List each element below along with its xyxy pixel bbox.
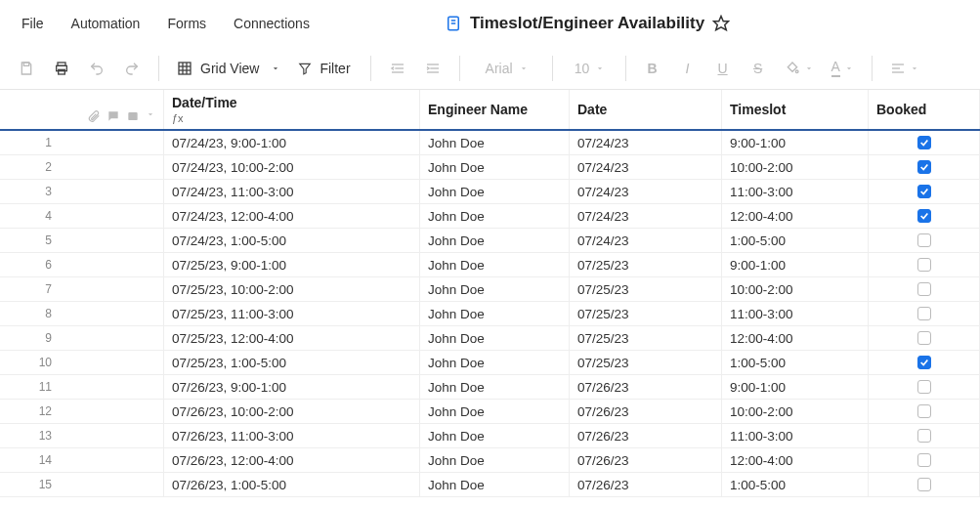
cell-booked[interactable] [869,424,980,447]
table-row[interactable]: 12 07/26/23, 10:00-2:00 John Doe 07/26/2… [0,400,980,424]
row-number[interactable]: 12 [0,400,164,423]
cell-datetime[interactable]: 07/26/23, 12:00-4:00 [164,448,420,472]
cell-date[interactable]: 07/24/23 [570,155,722,179]
cell-timeslot[interactable]: 11:00-3:00 [722,302,869,325]
cell-date[interactable]: 07/25/23 [570,302,722,325]
row-number[interactable]: 4 [0,204,164,228]
checkbox[interactable] [917,331,931,345]
cell-datetime[interactable]: 07/24/23, 1:00-5:00 [164,229,420,252]
table-row[interactable]: 7 07/25/23, 10:00-2:00 John Doe 07/25/23… [0,277,980,302]
cell-date[interactable]: 07/24/23 [570,131,722,154]
reminder-icon[interactable] [126,109,140,123]
cell-timeslot[interactable]: 1:00-5:00 [722,229,869,252]
row-number[interactable]: 2 [0,155,164,179]
menu-automation[interactable]: Automation [62,10,150,37]
checkbox[interactable] [917,429,931,443]
cell-datetime[interactable]: 07/24/23, 12:00-4:00 [164,204,420,228]
cell-date[interactable]: 07/24/23 [570,229,722,252]
row-number[interactable]: 5 [0,229,164,252]
row-number[interactable]: 6 [0,253,164,276]
checkbox[interactable] [917,356,931,369]
filter-button[interactable]: Filter [292,54,358,83]
attachment-icon[interactable] [87,109,101,123]
cell-booked[interactable] [869,351,980,374]
checkbox[interactable] [917,307,931,320]
checkbox[interactable] [917,404,931,418]
checkbox[interactable] [917,380,931,394]
bold-icon[interactable]: B [638,54,667,83]
checkbox[interactable] [917,185,931,198]
cell-booked[interactable] [869,180,980,203]
cell-datetime[interactable]: 07/25/23, 10:00-2:00 [164,277,420,301]
column-header-date[interactable]: Date [570,90,722,129]
cell-timeslot[interactable]: 9:00-1:00 [722,375,869,399]
grid-view-button[interactable]: Grid View [171,54,286,83]
outdent-icon[interactable] [383,54,412,83]
cell-date[interactable]: 07/26/23 [570,375,722,399]
cell-engineer[interactable]: John Doe [420,253,570,276]
table-row[interactable]: 8 07/25/23, 11:00-3:00 John Doe 07/25/23… [0,302,980,326]
cell-timeslot[interactable]: 1:00-5:00 [722,351,869,374]
cell-booked[interactable] [869,448,980,472]
table-row[interactable]: 4 07/24/23, 12:00-4:00 John Doe 07/24/23… [0,204,980,229]
checkbox[interactable] [917,258,931,272]
cell-timeslot[interactable]: 12:00-4:00 [722,204,869,228]
cell-date[interactable]: 07/25/23 [570,351,722,374]
row-number[interactable]: 14 [0,448,164,472]
cell-date[interactable]: 07/24/23 [570,204,722,228]
cell-date[interactable]: 07/26/23 [570,473,722,496]
chevron-down-icon[interactable] [146,109,155,123]
checkbox[interactable] [917,136,931,149]
redo-icon[interactable] [117,54,147,83]
cell-datetime[interactable]: 07/26/23, 1:00-5:00 [164,473,420,496]
row-number[interactable]: 8 [0,302,164,325]
cell-date[interactable]: 07/24/23 [570,180,722,203]
checkbox[interactable] [917,233,931,247]
favorite-star-icon[interactable] [712,15,730,32]
save-icon[interactable] [12,54,41,83]
table-row[interactable]: 14 07/26/23, 12:00-4:00 John Doe 07/26/2… [0,448,980,473]
text-color-icon[interactable]: A [826,54,860,83]
cell-booked[interactable] [869,253,980,276]
cell-date[interactable]: 07/26/23 [570,400,722,423]
table-row[interactable]: 5 07/24/23, 1:00-5:00 John Doe 07/24/23 … [0,229,980,253]
cell-datetime[interactable]: 07/24/23, 10:00-2:00 [164,155,420,179]
cell-booked[interactable] [869,375,980,399]
cell-timeslot[interactable]: 10:00-2:00 [722,400,869,423]
cell-booked[interactable] [869,204,980,228]
checkbox[interactable] [917,478,931,491]
cell-date[interactable]: 07/26/23 [570,448,722,472]
cell-timeslot[interactable]: 11:00-3:00 [722,180,869,203]
cell-engineer[interactable]: John Doe [420,131,570,154]
cell-engineer[interactable]: John Doe [420,155,570,179]
row-number[interactable]: 7 [0,277,164,301]
table-row[interactable]: 1 07/24/23, 9:00-1:00 John Doe 07/24/23 … [0,131,980,155]
cell-datetime[interactable]: 07/25/23, 11:00-3:00 [164,302,420,325]
cell-engineer[interactable]: John Doe [420,180,570,203]
cell-booked[interactable] [869,400,980,423]
row-number[interactable]: 15 [0,473,164,496]
undo-icon[interactable] [82,54,111,83]
cell-engineer[interactable]: John Doe [420,204,570,228]
cell-datetime[interactable]: 07/25/23, 1:00-5:00 [164,351,420,374]
cell-engineer[interactable]: John Doe [420,424,570,447]
table-row[interactable]: 13 07/26/23, 11:00-3:00 John Doe 07/26/2… [0,424,980,448]
cell-date[interactable]: 07/26/23 [570,424,722,447]
fill-color-icon[interactable] [779,54,820,83]
cell-engineer[interactable]: John Doe [420,277,570,301]
cell-booked[interactable] [869,302,980,325]
row-number[interactable]: 3 [0,180,164,203]
table-row[interactable]: 6 07/25/23, 9:00-1:00 John Doe 07/25/23 … [0,253,980,277]
font-size-select[interactable]: 10 [565,54,614,83]
cell-booked[interactable] [869,229,980,252]
cell-timeslot[interactable]: 10:00-2:00 [722,155,869,179]
cell-datetime[interactable]: 07/26/23, 9:00-1:00 [164,375,420,399]
column-header-engineer[interactable]: Engineer Name [420,90,570,129]
cell-datetime[interactable]: 07/25/23, 12:00-4:00 [164,326,420,350]
checkbox[interactable] [917,453,931,467]
cell-timeslot[interactable]: 9:00-1:00 [722,253,869,276]
row-number[interactable]: 1 [0,131,164,154]
row-number[interactable]: 13 [0,424,164,447]
checkbox[interactable] [917,282,931,296]
underline-icon[interactable]: U [708,54,738,83]
